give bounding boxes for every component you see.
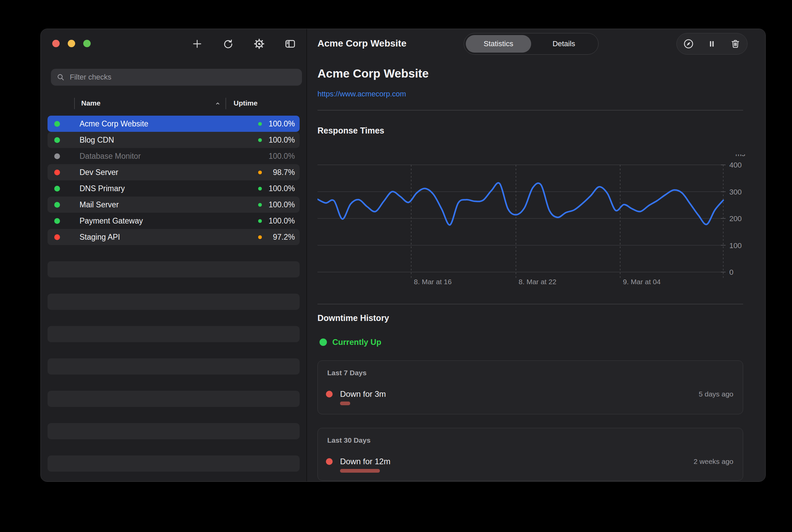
table-row[interactable]: Blog CDN100.0%	[47, 132, 300, 148]
downtime-bar	[340, 469, 380, 473]
check-name: Dev Server	[79, 168, 118, 177]
table-row[interactable]: Dev Server98.7%	[47, 164, 300, 180]
uptime-value: 98.7%	[265, 168, 295, 177]
table-row[interactable]: Acme Corp Website100.0%	[47, 116, 300, 132]
uptime-value: 100.0%	[265, 184, 295, 193]
downtime-history-heading: Downtime History	[317, 313, 389, 323]
downtime-event-label: Down for 12m	[340, 457, 390, 466]
status-dot	[54, 234, 60, 240]
table-row-empty	[47, 439, 300, 455]
downtime-dot	[326, 391, 333, 398]
downtime-dot	[326, 458, 333, 465]
table-row[interactable]: Staging API97.2%	[47, 229, 300, 245]
uptime-value: 97.2%	[265, 233, 295, 242]
tab-statistics[interactable]: Statistics	[466, 35, 531, 53]
downtime-event-row: Down for 3m 5 days ago	[326, 389, 733, 399]
svg-text:8. Mar at 16: 8. Mar at 16	[414, 278, 451, 286]
downtime-event-label: Down for 3m	[340, 390, 386, 399]
gear-icon	[253, 38, 265, 50]
status-dot	[54, 186, 60, 191]
card-period-label: Last 30 Days	[327, 436, 370, 444]
table-row-empty	[47, 455, 300, 472]
uptime-value: 100.0%	[265, 152, 295, 161]
downtime-when-label: 5 days ago	[699, 390, 733, 398]
uptime-dot	[258, 187, 262, 190]
pause-check-button[interactable]	[706, 38, 718, 50]
table-row-empty	[47, 245, 300, 261]
sidebar-panel-icon	[285, 38, 296, 50]
check-actions	[676, 33, 748, 55]
search-icon	[56, 73, 65, 81]
status-up-dot	[320, 339, 327, 346]
downtime-when-label: 2 weeks ago	[694, 457, 733, 466]
check-name: Staging API	[79, 233, 120, 242]
table-row-empty	[47, 407, 300, 423]
tab-details[interactable]: Details	[531, 35, 597, 53]
svg-text:8. Mar at 22: 8. Mar at 22	[519, 278, 556, 286]
toggle-sidebar-button[interactable]	[284, 38, 296, 50]
check-url-link[interactable]: https://www.acmecorp.com	[317, 90, 406, 98]
check-name: Blog CDN	[79, 135, 114, 145]
trash-icon	[730, 38, 741, 49]
table-row-empty	[47, 310, 300, 326]
downtime-bar	[340, 401, 350, 405]
filter-input[interactable]	[69, 73, 286, 82]
open-in-browser-button[interactable]	[682, 38, 695, 50]
refresh-icon	[223, 38, 234, 49]
delete-check-button[interactable]	[729, 38, 741, 50]
table-row-empty	[47, 375, 300, 391]
table-row-empty	[47, 261, 300, 278]
table-row-empty	[47, 342, 300, 358]
sidebar: Name Uptime Acme Corp Website100.0%Blog …	[41, 29, 306, 481]
table-row[interactable]: Payment Gateway100.0%	[47, 213, 300, 229]
uptime-dot	[258, 138, 262, 142]
detail-header-title: Acme Corp Website	[317, 38, 406, 49]
check-name: DNS Primary	[79, 184, 125, 193]
response-times-heading: Response Times	[317, 126, 384, 135]
table-row[interactable]: DNS Primary100.0%	[47, 180, 300, 196]
column-divider	[74, 98, 75, 109]
table-row-empty	[47, 278, 300, 293]
settings-button[interactable]	[253, 38, 265, 50]
column-divider	[226, 98, 226, 109]
minimize-window-button[interactable]	[68, 40, 75, 47]
table-row[interactable]: Database Monitor100.0%	[47, 148, 300, 164]
filter-field[interactable]	[51, 69, 302, 86]
check-name: Acme Corp Website	[79, 119, 148, 129]
uptime-value: 100.0%	[265, 216, 295, 226]
column-header-uptime[interactable]: Uptime	[234, 99, 257, 107]
column-header-name[interactable]: Name	[81, 99, 100, 107]
close-window-button[interactable]	[52, 40, 60, 47]
uptime-dot	[258, 154, 262, 158]
refresh-button[interactable]	[222, 38, 234, 50]
sort-ascending-icon	[214, 100, 221, 109]
traffic-lights	[52, 40, 91, 47]
uptime-dot	[258, 171, 262, 174]
response-times-chart: 0100200300400ms8. Mar at 168. Mar at 229…	[317, 154, 756, 289]
status-dot	[54, 170, 60, 175]
svg-text:0: 0	[729, 268, 733, 277]
add-check-button[interactable]	[191, 38, 203, 50]
uptime-dot	[258, 219, 262, 223]
status-dot	[54, 137, 60, 143]
uptime-dot	[258, 122, 262, 126]
svg-text:ms: ms	[735, 154, 745, 158]
uptime-dot	[258, 203, 262, 207]
status-dot	[54, 153, 60, 159]
svg-text:200: 200	[729, 214, 742, 223]
view-segmented-control: Statistics Details	[464, 33, 599, 55]
zoom-window-button[interactable]	[83, 40, 91, 47]
card-period-label: Last 7 Days	[327, 369, 367, 377]
downtime-card-7d: Last 7 Days Down for 3m 5 days ago	[317, 360, 743, 414]
divider	[317, 304, 743, 304]
table-row-empty	[47, 293, 300, 310]
table-header: Name Uptime	[47, 96, 300, 111]
downtime-card-30d: Last 30 Days Down for 12m 2 weeks ago	[317, 428, 743, 481]
desktop: Name Uptime Acme Corp Website100.0%Blog …	[0, 0, 792, 532]
check-title: Acme Corp Website	[317, 67, 429, 80]
sidebar-toolbar	[191, 38, 296, 50]
table-row-empty	[47, 326, 300, 342]
table-row-empty	[47, 391, 300, 407]
svg-text:100: 100	[729, 241, 742, 250]
table-row[interactable]: Mail Server100.0%	[47, 196, 300, 213]
